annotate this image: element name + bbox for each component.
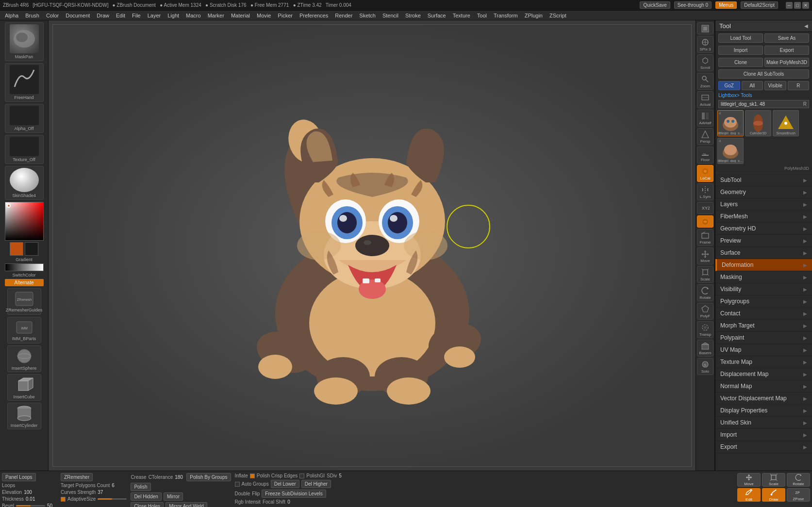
- insert-sphere-tool[interactable]: InsertSphere: [7, 345, 41, 372]
- zoom-button[interactable]: Zoom: [697, 73, 713, 90]
- inflate-checkbox[interactable]: [250, 474, 255, 478]
- import-button[interactable]: Import: [718, 46, 763, 55]
- thumbnail-1[interactable]: Cylinder3D: [745, 110, 771, 136]
- quicksave-button[interactable]: QuickSave: [640, 1, 670, 9]
- lsym-button[interactable]: L.Sym: [697, 183, 713, 200]
- tool-menu-masking[interactable]: Masking▶: [715, 271, 812, 283]
- goz-button[interactable]: GoZ: [718, 81, 740, 90]
- menu-item-stencil[interactable]: Stencil: [380, 12, 401, 19]
- load-tool-button[interactable]: Load Tool: [718, 33, 763, 43]
- menu-item-layer[interactable]: Layer: [145, 12, 164, 19]
- move-action-button[interactable]: Move: [737, 473, 761, 487]
- scale-button[interactable]: Scale: [697, 266, 713, 283]
- polishgi-checkbox[interactable]: [299, 474, 304, 478]
- deform-active-button[interactable]: [697, 215, 713, 228]
- persp-button[interactable]: Persp: [697, 128, 713, 145]
- tool-menu-texture-map[interactable]: Texture Map▶: [715, 356, 812, 368]
- zremesher-guides-tool[interactable]: ZRemesh ZRemesherGuides: [7, 288, 41, 315]
- color-picker[interactable]: [5, 202, 44, 241]
- imm-bparts-tool[interactable]: IMM IMM_BParts: [7, 317, 41, 343]
- adaptive-checkbox[interactable]: [61, 497, 66, 502]
- bevel-slider[interactable]: [16, 505, 45, 507]
- tool-menu-export[interactable]: Export▶: [715, 441, 812, 453]
- alpha-slot[interactable]: Alpha_Off: [5, 104, 44, 133]
- make-polymesh-button[interactable]: Make PolyMesh3D: [764, 58, 809, 67]
- menu-item-stroke[interactable]: Stroke: [402, 12, 424, 19]
- menu-item-file[interactable]: File: [129, 12, 144, 19]
- tool-menu-normal-map[interactable]: Normal Map▶: [715, 380, 812, 393]
- tool-panel-arrow[interactable]: ◀: [804, 23, 808, 29]
- defaultscript-button[interactable]: Default2Script: [741, 1, 778, 9]
- menu-item-alpha[interactable]: Alpha: [2, 12, 21, 19]
- frame-button[interactable]: Frame: [697, 229, 713, 246]
- zremesher-button[interactable]: ZRemesher: [61, 473, 93, 481]
- tool-menu-display-properties[interactable]: Display Properties▶: [715, 405, 812, 417]
- move-button[interactable]: Move: [697, 247, 713, 264]
- menu-item-draw[interactable]: Draw: [94, 12, 112, 19]
- switch-color-button[interactable]: SwitchColor: [12, 273, 35, 278]
- auto-groups-checkbox[interactable]: [235, 482, 240, 487]
- panel-loops-button[interactable]: Panel Loops: [2, 473, 36, 481]
- thumbnail-3[interactable]: 4 littlegirl_dog_sk1: [717, 138, 744, 164]
- export-button[interactable]: Export: [764, 46, 809, 55]
- tool-menu-polygroups[interactable]: Polygroups▶: [715, 295, 812, 308]
- menus-button[interactable]: Menus: [715, 1, 737, 9]
- texture-slot[interactable]: Texture_Off: [5, 135, 44, 164]
- solo-button[interactable]: S Solo: [697, 358, 713, 375]
- close-holes-button[interactable]: Close Holes: [131, 502, 164, 507]
- menu-item-movie[interactable]: Movie: [254, 12, 274, 19]
- menu-item-zscript[interactable]: ZScript: [547, 12, 569, 19]
- menu-item-zplugin[interactable]: ZPlugin: [522, 12, 546, 19]
- del-hidden-button[interactable]: Del Hidden: [131, 492, 161, 501]
- scale-action-button[interactable]: Scale: [762, 473, 785, 487]
- menu-item-preferences[interactable]: Preferences: [297, 12, 331, 19]
- basemesh-button[interactable]: Basem: [697, 340, 713, 357]
- freeze-subdiv-button[interactable]: Freeze SubDivision Levels: [262, 490, 326, 498]
- transp-button[interactable]: Transp: [697, 321, 713, 338]
- rotate-button[interactable]: Rotate: [697, 284, 713, 301]
- menu-item-document[interactable]: Document: [63, 12, 93, 19]
- insert-cylinder-tool[interactable]: InsertCylinder: [7, 403, 41, 429]
- close-button[interactable]: ✕: [802, 2, 809, 9]
- menu-item-light[interactable]: Light: [165, 12, 182, 19]
- zpose-action-button[interactable]: ZP ZPose: [787, 488, 810, 502]
- tool-menu-fibermesh[interactable]: FiberMesh▶: [715, 211, 812, 223]
- aahalf-button[interactable]: AAHalf: [697, 110, 713, 127]
- draw-action-button[interactable]: Draw: [762, 488, 785, 502]
- spix-button[interactable]: SPix 3: [697, 36, 713, 53]
- skinshade-slot[interactable]: SkinShade4: [5, 166, 44, 200]
- save-as-button[interactable]: Save As: [764, 33, 809, 43]
- minimize-button[interactable]: ─: [786, 2, 793, 9]
- del-lower-button[interactable]: Del Lower: [271, 480, 299, 488]
- adaptive-slider[interactable]: [98, 498, 127, 500]
- tool-menu-geometry[interactable]: Geometry▶: [715, 186, 812, 198]
- thumbnail-2[interactable]: SimpleBrush: [773, 110, 799, 136]
- menu-item-sketch[interactable]: Sketch: [356, 12, 379, 19]
- r-button[interactable]: R: [788, 81, 810, 90]
- model-bar[interactable]: littlegirl_dog_sk1. 48 R: [718, 100, 809, 108]
- tool-menu-layers[interactable]: Layers▶: [715, 198, 812, 211]
- tool-menu-preview[interactable]: Preview▶: [715, 235, 812, 247]
- floor-button[interactable]: Floor: [697, 147, 713, 164]
- mirror-and-weld-button[interactable]: Mirror And Weld: [166, 502, 207, 507]
- clone-button[interactable]: Clone: [718, 58, 763, 67]
- tool-menu-visibility[interactable]: Visibility▶: [715, 283, 812, 295]
- maximize-button[interactable]: □: [794, 2, 801, 9]
- menu-item-color[interactable]: Color: [43, 12, 62, 19]
- rotate-action-button[interactable]: Rotate: [787, 473, 810, 487]
- tool-menu-polypaint[interactable]: Polypaint▶: [715, 332, 812, 344]
- insert-cube-tool[interactable]: InsertCube: [7, 374, 41, 401]
- tool-menu-displacement-map[interactable]: Displacement Map▶: [715, 368, 812, 380]
- menu-item-brush[interactable]: Brush: [22, 12, 42, 19]
- actual-button[interactable]: Actual: [697, 91, 713, 108]
- edit-action-button[interactable]: Edit: [737, 488, 761, 502]
- tool-menu-import[interactable]: Import▶: [715, 429, 812, 441]
- menu-item-macro[interactable]: Macro: [183, 12, 204, 19]
- tool-menu-deformation[interactable]: Deformation▶: [715, 259, 812, 271]
- menu-item-render[interactable]: Render: [332, 12, 355, 19]
- lightbox-tools[interactable]: Lightbox> Tools: [715, 92, 812, 99]
- menu-item-picker[interactable]: Picker: [275, 12, 296, 19]
- visible-button[interactable]: Visible: [764, 81, 786, 90]
- polyf-button[interactable]: PolyF: [697, 303, 713, 320]
- canvas-area[interactable]: [49, 20, 696, 471]
